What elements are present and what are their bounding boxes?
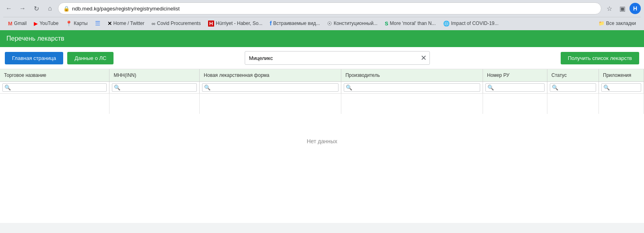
no-data-text: Нет данных	[307, 138, 337, 144]
filter-cell-num: 🔍	[483, 82, 547, 94]
bookmark-menu[interactable]: ☰	[92, 19, 103, 28]
page-content: Перечень лекарств Главная страница Данны…	[0, 30, 644, 223]
covid2-icon: 🌐	[443, 21, 450, 27]
browser-chrome: ← → ↻ ⌂ 🔒 ndb.med.kg/pages/registry/regi…	[0, 0, 644, 30]
menu-icon: ☰	[95, 20, 100, 27]
search-input[interactable]	[245, 51, 430, 65]
bookmark-const[interactable]: ☉ Конституционный...	[324, 19, 381, 28]
account-button[interactable]: H	[630, 3, 641, 14]
forward-button[interactable]: →	[17, 3, 28, 14]
extensions-button[interactable]: ▣	[617, 3, 628, 14]
url-text: ndb.med.kg/pages/registry/registrymedici…	[72, 6, 180, 12]
page-title: Перечень лекарств	[6, 35, 64, 42]
const-icon: ☉	[327, 21, 332, 27]
bookmark-fb[interactable]: f Встраиваемые вид...	[266, 19, 323, 28]
bookmark-covid2[interactable]: 🌐 Impact of COVID-19...	[440, 19, 502, 28]
filter-search-icon-maker: 🔍	[346, 85, 352, 91]
no-data-message: Нет данных	[0, 114, 644, 161]
youtube-icon: ▶	[34, 21, 38, 27]
folder-icon: 📁	[599, 21, 605, 26]
back-button[interactable]: ←	[3, 3, 14, 14]
bookmark-gmail[interactable]: M Gmail	[5, 19, 30, 28]
search-clear-button[interactable]: ✕	[421, 54, 427, 62]
browser-toolbar: ← → ↻ ⌂ 🔒 ndb.med.kg/pages/registry/regi…	[3, 2, 641, 14]
bookmark-maps[interactable]: 📍 Карты	[62, 19, 91, 28]
col-header-trade: Торговое название	[0, 69, 109, 82]
filter-cell-app: 🔍	[599, 82, 644, 94]
bookmark-youtube[interactable]: ▶ YouTube	[31, 19, 62, 28]
star-button[interactable]: ☆	[604, 3, 615, 14]
bookmark-label: Covid Procurements	[157, 21, 201, 26]
maps-icon: 📍	[66, 21, 72, 27]
bookmark-label: Gmail	[14, 21, 27, 26]
empty-cell-4	[341, 94, 483, 114]
filter-input-app[interactable]	[611, 85, 639, 91]
filter-search-icon-trade: 🔍	[4, 85, 11, 91]
data-table: Торговое название МНН(INN) Новая лекарст…	[0, 69, 644, 114]
filter-cell-trade: 🔍	[0, 82, 109, 94]
table-filter-row: 🔍 🔍 🔍	[0, 82, 644, 94]
controls-bar: Главная страница Данные о ЛС ✕ Получить …	[0, 47, 644, 69]
filter-input-mnn[interactable]	[122, 85, 195, 91]
filter-input-status[interactable]	[559, 85, 594, 91]
bookmark-covid[interactable]: ∞ Covid Procurements	[149, 19, 204, 28]
filter-cell-mnn: 🔍	[109, 82, 200, 94]
bookmark-label: Home / Twitter	[114, 21, 144, 26]
bookmark-label: More 'moral' than N...	[390, 21, 436, 26]
get-list-button[interactable]: Получить список лекарств	[561, 52, 639, 64]
filter-search-icon-mnn: 🔍	[114, 85, 120, 91]
bookmark-label: Impact of COVID-19...	[451, 21, 499, 26]
twitter-icon: ✕	[107, 21, 112, 27]
empty-data-row	[0, 94, 644, 114]
empty-cell-1	[0, 94, 109, 114]
bookmark-moral[interactable]: S More 'moral' than N...	[382, 19, 439, 28]
filter-search-icon-num: 🔍	[487, 85, 494, 91]
bookmark-hurriyet[interactable]: H Hürriyet - Haber, So...	[205, 19, 266, 28]
filter-cell-maker: 🔍	[341, 82, 483, 94]
empty-cell-3	[200, 94, 341, 114]
covid-icon: ∞	[152, 21, 155, 27]
filter-input-trade[interactable]	[12, 85, 105, 91]
bookmark-label: Конституционный...	[334, 21, 378, 26]
empty-cell-6	[547, 94, 599, 114]
filter-search-icon-status: 🔍	[552, 85, 558, 91]
moral-icon: S	[385, 21, 388, 27]
bookmark-label: Hürriyet - Haber, So...	[216, 21, 262, 26]
col-header-status: Статус	[547, 69, 599, 82]
filter-input-maker[interactable]	[353, 85, 478, 91]
home-page-button[interactable]: Главная страница	[5, 52, 63, 64]
filter-search-icon-app: 🔍	[603, 85, 610, 91]
col-header-mnn: МНН(INN)	[109, 69, 200, 82]
data-ls-button[interactable]: Данные о ЛС	[67, 52, 114, 64]
reload-button[interactable]: ↻	[31, 3, 42, 14]
bookmark-label: YouTube	[39, 21, 58, 26]
empty-cell-2	[109, 94, 200, 114]
col-header-maker: Производитель	[341, 69, 483, 82]
empty-cell-7	[599, 94, 644, 114]
search-input-wrap: ✕	[245, 51, 430, 65]
filter-input-num[interactable]	[495, 85, 543, 91]
empty-cell-5	[483, 94, 547, 114]
filter-input-form[interactable]	[212, 85, 336, 91]
bookmark-label: Карты	[74, 21, 87, 26]
secure-icon: 🔒	[63, 6, 70, 12]
bookmarks-bar: M Gmail ▶ YouTube 📍 Карты ☰ ✕ Home / Twi…	[3, 17, 641, 30]
filter-search-icon-form: 🔍	[204, 85, 211, 91]
table-body	[0, 94, 644, 114]
bookmark-label: Встраиваемые вид...	[273, 21, 320, 26]
hurriyet-icon: H	[208, 21, 214, 27]
filter-cell-form: 🔍	[200, 82, 341, 94]
search-container: ✕	[118, 51, 556, 65]
table-header-row: Торговое название МНН(INN) Новая лекарст…	[0, 69, 644, 82]
bookmark-twitter[interactable]: ✕ Home / Twitter	[104, 19, 148, 28]
gmail-icon: M	[8, 21, 12, 27]
home-button[interactable]: ⌂	[44, 3, 56, 14]
col-header-num: Номер РУ	[483, 69, 547, 82]
toolbar-icons: ☆ ▣ H	[604, 3, 641, 14]
bookmarks-end-label: Все закладки	[606, 21, 636, 26]
filter-cell-status: 🔍	[547, 82, 599, 94]
address-bar[interactable]: 🔒 ndb.med.kg/pages/registry/registrymedi…	[58, 2, 601, 14]
fb-icon: f	[270, 20, 272, 27]
page-header: Перечень лекарств	[0, 30, 644, 47]
bookmarks-folder[interactable]: 📁 Все закладки	[595, 20, 639, 27]
